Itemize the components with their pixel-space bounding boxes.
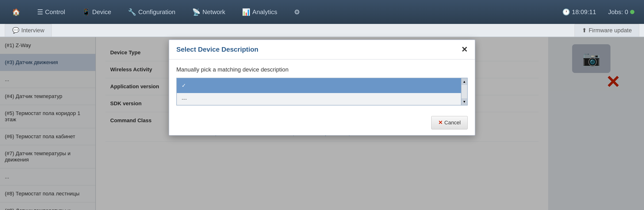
tab-interview[interactable]: 💬 Interview bbox=[5, 24, 52, 37]
modal-close-button[interactable]: ✕ bbox=[461, 46, 468, 53]
cancel-icon: ✕ bbox=[438, 120, 442, 126]
nav-home[interactable]: 🏠 bbox=[5, 5, 28, 19]
scrollbar-up-button[interactable]: ▲ bbox=[462, 78, 467, 85]
control-icon: ☰ bbox=[37, 8, 43, 16]
tabs-bar: 💬 Interview ⬆ Firmware update bbox=[0, 24, 644, 37]
nav-device-label: Device bbox=[92, 8, 111, 16]
navbar: 🏠 ☰ Control 📱 Device 🔧 Configuration 📡 N… bbox=[0, 0, 644, 24]
firmware-icon: ⬆ bbox=[582, 27, 587, 34]
tab-firmware-update[interactable]: ⬆ Firmware update bbox=[574, 24, 639, 37]
nav-settings[interactable]: ⚙ bbox=[287, 5, 307, 19]
nav-configuration-label: Configuration bbox=[138, 8, 176, 16]
scrollbar-down-button[interactable]: ▼ bbox=[462, 98, 467, 105]
device-icon: 📱 bbox=[82, 8, 90, 16]
configuration-icon: 🔧 bbox=[128, 8, 136, 16]
nav-configuration[interactable]: 🔧 Configuration bbox=[121, 5, 182, 19]
tab-interview-label: Interview bbox=[21, 27, 44, 34]
modal-header: Select Device Description ✕ bbox=[169, 40, 475, 60]
modal-body: Manually pick a matching device descript… bbox=[169, 60, 475, 112]
network-icon: 📡 bbox=[192, 8, 200, 16]
modal-description: Manually pick a matching device descript… bbox=[176, 66, 468, 73]
cancel-label: Cancel bbox=[444, 120, 461, 126]
select-option-separator[interactable]: --- bbox=[177, 93, 461, 105]
select-device-description-modal: Select Device Description ✕ Manually pic… bbox=[169, 39, 475, 136]
nav-network-label: Network bbox=[202, 8, 225, 16]
nav-control[interactable]: ☰ Control bbox=[30, 5, 72, 19]
nav-analytics[interactable]: 📊 Analytics bbox=[235, 5, 284, 19]
clock-icon: 🕐 bbox=[562, 8, 570, 16]
settings-icon: ⚙ bbox=[294, 8, 300, 16]
analytics-icon: 📊 bbox=[242, 8, 250, 16]
select-container: --- ▲ ▼ bbox=[176, 78, 468, 105]
clock-status: 🕐 18:09:11 bbox=[558, 5, 601, 19]
modal-overlay: Select Device Description ✕ Manually pic… bbox=[0, 37, 644, 210]
main-content: (#1) Z-Way (#3) Датчик движения ... (#4)… bbox=[0, 37, 644, 210]
modal-title: Select Device Description bbox=[176, 46, 258, 53]
jobs-label: Jobs: 0 bbox=[608, 8, 628, 16]
nav-device[interactable]: 📱 Device bbox=[75, 5, 118, 19]
nav-analytics-label: Analytics bbox=[252, 8, 277, 16]
select-scrollbar: ▲ ▼ bbox=[461, 78, 468, 105]
select-option-blank[interactable] bbox=[177, 78, 461, 93]
nav-network[interactable]: 📡 Network bbox=[185, 5, 232, 19]
cancel-button[interactable]: ✕ Cancel bbox=[431, 116, 468, 129]
device-description-select[interactable]: --- bbox=[176, 78, 461, 105]
home-icon: 🏠 bbox=[12, 8, 20, 16]
nav-control-label: Control bbox=[45, 8, 65, 16]
jobs-dot bbox=[630, 10, 634, 14]
time-display: 18:09:11 bbox=[572, 8, 596, 16]
jobs-status: Jobs: 0 bbox=[603, 5, 639, 19]
modal-footer: ✕ Cancel bbox=[169, 112, 475, 135]
interview-icon: 💬 bbox=[12, 27, 20, 34]
tab-firmware-label: Firmware update bbox=[589, 27, 632, 34]
